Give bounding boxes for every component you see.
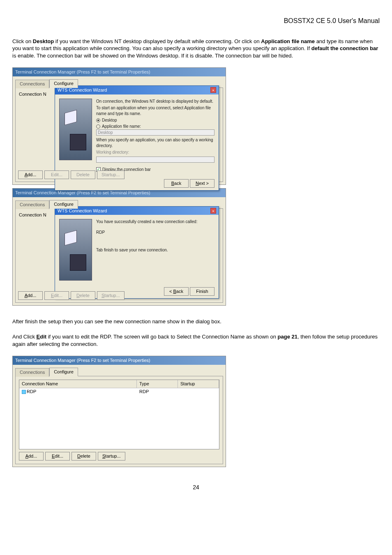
wizard-text-line: To start an application when you connect… — [96, 105, 214, 116]
wizard-title-text: WTS Connection Wizard — [58, 208, 107, 214]
list-item[interactable]: RDP RDP — [19, 388, 219, 395]
terminal-connection-manager-window: Terminal Connection Manager (Press F2 to… — [12, 67, 226, 185]
panel-button-row: Add... Edit... Delete Startup... — [19, 452, 219, 461]
window-title: Terminal Connection Manager (Press F2 to… — [15, 190, 150, 196]
window-title: Terminal Connection Manager (Press F2 to… — [15, 69, 150, 75]
tab-configure[interactable]: Configure — [49, 368, 78, 376]
finish-button[interactable]: Finish — [190, 287, 214, 296]
add-button[interactable]: Add... — [19, 452, 44, 461]
column-header-startup[interactable]: Startup — [178, 380, 219, 388]
tab-connections[interactable]: Connections — [15, 368, 49, 377]
application-file-input[interactable]: Desktop — [96, 129, 214, 136]
floppy-icon — [65, 230, 77, 246]
terminal-connection-manager-window: Terminal Connection Manager (Press F2 to… — [12, 356, 226, 467]
page-number: 24 — [12, 484, 380, 491]
back-button[interactable]: Back — [164, 179, 189, 188]
working-directory-label: Working directory: — [96, 150, 214, 155]
body-paragraph: Click on Desktop if you want the Windows… — [12, 38, 380, 60]
wizard-titlebar: WTS Connection Wizard × — [55, 86, 219, 94]
terminal-connection-manager-window: Terminal Connection Manager (Press F2 to… — [12, 188, 226, 306]
page-title: BOSSTX2 CE 5.0 User's Manual — [12, 16, 380, 25]
window-title: Terminal Connection Manager (Press F2 to… — [15, 357, 150, 364]
tab-configure[interactable]: Configure — [49, 79, 78, 88]
close-icon[interactable]: × — [210, 87, 216, 93]
working-directory-input[interactable] — [96, 157, 214, 163]
wizard-text-line: When you specify an application, you can… — [96, 137, 214, 148]
edit-button[interactable]: Edit... — [45, 452, 70, 461]
text: And Click — [12, 334, 37, 340]
connection-list: Connection Name Type Startup RDP RDP — [19, 380, 219, 449]
add-button[interactable]: Add... — [18, 170, 43, 179]
connection-icon — [22, 390, 26, 394]
edit-button[interactable]: Edit... — [44, 170, 69, 179]
wizard-text-line: You have successfully created a new conn… — [96, 219, 214, 225]
list-cell-startup — [178, 388, 219, 395]
text: is enable. The connection bar will be sh… — [12, 53, 293, 59]
column-header-connection-name[interactable]: Connection Name — [19, 380, 137, 388]
text: if you want the Windows NT desktop displ… — [54, 38, 261, 44]
wizard-title-text: WTS Connection Wizard — [58, 87, 107, 93]
column-header-type[interactable]: Type — [137, 380, 178, 388]
wizard-body: On connection, the Windows NT desktop is… — [55, 94, 219, 177]
wizard-connection-name: RDP — [96, 230, 214, 235]
delete-button[interactable]: Delete — [71, 291, 95, 300]
underline-edit: E — [37, 334, 40, 340]
bottom-button-row: Add... Edit... Delete Startup... — [18, 170, 125, 179]
tab-panel-configure: Connection N WTS Connection Wizard × On … — [15, 88, 223, 182]
startup-button[interactable]: Startup... — [98, 452, 125, 461]
window-titlebar: Terminal Connection Manager (Press F2 to… — [13, 68, 226, 76]
radio-desktop[interactable]: Desktop — [96, 117, 214, 123]
radio-icon — [96, 118, 100, 122]
tab-connections[interactable]: Connections — [15, 200, 49, 209]
tab-bar: Connections Configure — [13, 365, 226, 376]
edit-button[interactable]: Edit... — [44, 291, 69, 300]
floppy-icon — [65, 110, 77, 125]
tab-panel-configure: Connection N WTS Connection Wizard × You… — [15, 208, 223, 303]
wizard-text-area: On connection, the Windows NT desktop is… — [96, 99, 214, 173]
bold-app-file-name: Application file name — [261, 38, 315, 44]
bold-default-conn-bar: default the connection bar — [311, 45, 378, 51]
body-paragraph: After finish the setup then you can see … — [12, 318, 380, 325]
list-cell-text: RDP — [27, 389, 36, 394]
list-cell-type: RDP — [137, 388, 178, 395]
tab-configure[interactable]: Configure — [49, 200, 78, 209]
close-icon[interactable]: × — [210, 208, 216, 214]
startup-button[interactable]: Startup... — [97, 170, 125, 179]
floppy-icon — [70, 254, 86, 271]
bold-page-21: page 21 — [278, 334, 297, 340]
wizard-titlebar: WTS Connection Wizard × — [55, 207, 219, 215]
radio-icon — [96, 124, 100, 129]
back-button[interactable]: < Back — [164, 287, 189, 296]
tab-connections[interactable]: Connections — [15, 80, 49, 88]
wts-connection-wizard: WTS Connection Wizard × You have success… — [55, 206, 219, 299]
bold-desktop: Desktop — [33, 38, 54, 44]
wizard-artwork — [59, 219, 92, 281]
wizard-text-area: You have successfully created a new conn… — [96, 219, 214, 281]
text: if you want to edit the RDP. The screen … — [46, 334, 277, 340]
radio-label: Application file name: — [102, 124, 141, 129]
wizard-artwork — [59, 99, 92, 160]
wizard-text-line: Tab finish to save your new connection. — [96, 247, 214, 253]
delete-button[interactable]: Delete — [71, 452, 96, 461]
list-header-row: Connection Name Type Startup — [19, 380, 219, 388]
next-button[interactable]: Next > — [190, 179, 214, 188]
list-cell-name: RDP — [19, 388, 137, 395]
body-paragraph: And Click Edit if you want to edit the R… — [12, 333, 380, 348]
window-titlebar: Terminal Connection Manager (Press F2 to… — [13, 356, 226, 365]
radio-label: Desktop — [102, 117, 117, 123]
wizard-text-line: On connection, the Windows NT desktop is… — [96, 99, 214, 104]
tab-panel-configure: Connection Name Type Startup RDP RDP Add… — [15, 376, 223, 464]
radio-application-file[interactable]: Application file name: — [96, 124, 214, 129]
wizard-body: You have successfully created a new conn… — [55, 215, 219, 285]
floppy-icon — [70, 134, 86, 150]
startup-button[interactable]: Startup... — [97, 291, 125, 300]
add-button[interactable]: Add... — [18, 291, 43, 300]
text: Click on — [12, 38, 33, 44]
delete-button[interactable]: Delete — [71, 170, 95, 179]
bottom-button-row: Add... Edit... Delete Startup... — [18, 291, 125, 300]
